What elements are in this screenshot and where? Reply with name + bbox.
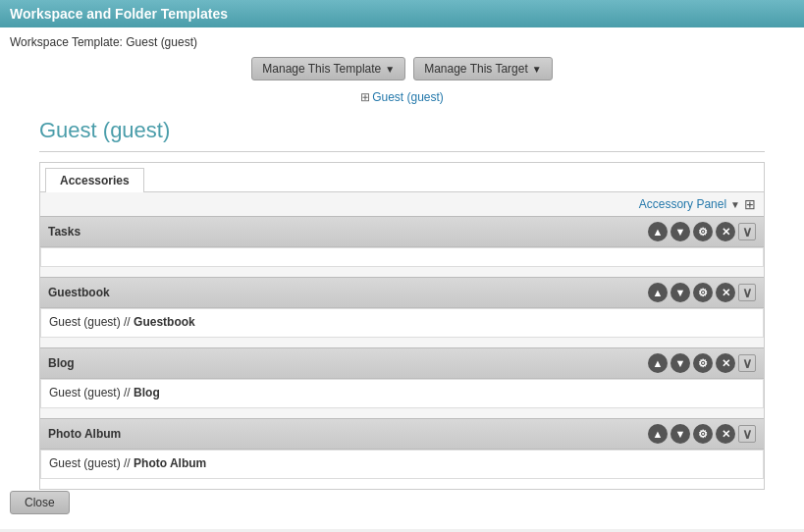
- title-divider: [39, 151, 765, 152]
- blog-content: Guest (guest) // Blog: [40, 379, 764, 408]
- tasks-empty-content: [40, 247, 764, 267]
- section-guestbook: Guestbook ▲ ▼ ⚙ ✕ ∨ Guest (guest) // Gue…: [40, 277, 764, 338]
- guestbook-up-button[interactable]: ▲: [648, 283, 668, 302]
- guestbook-content: Guest (guest) // Guestbook: [40, 308, 764, 338]
- accessories-tab: Accessories: [40, 163, 764, 192]
- manage-target-button[interactable]: Manage This Target ▼: [413, 57, 553, 80]
- guestbook-close-button[interactable]: ✕: [716, 283, 735, 302]
- photo-album-expand-button[interactable]: ∨: [738, 425, 756, 443]
- tasks-up-button[interactable]: ▲: [648, 222, 668, 241]
- tree-node-link[interactable]: Guest (guest): [372, 90, 444, 104]
- blog-close-button[interactable]: ✕: [716, 353, 735, 373]
- breadcrumb: Workspace Template: Guest (guest): [10, 35, 794, 49]
- tab-accessories[interactable]: Accessories: [45, 168, 144, 192]
- accessory-panel-link[interactable]: Accessory Panel: [639, 197, 726, 211]
- photo-album-close-button[interactable]: ✕: [716, 424, 735, 444]
- manage-target-label: Manage This Target: [424, 62, 528, 76]
- tasks-close-button[interactable]: ✕: [716, 222, 735, 241]
- section-controls-blog: ▲ ▼ ⚙ ✕ ∨: [648, 353, 756, 373]
- section-photo-album: Photo Album ▲ ▼ ⚙ ✕ ∨ Guest (guest) // P…: [40, 418, 764, 479]
- close-button[interactable]: Close: [10, 491, 70, 514]
- section-title-tasks: Tasks: [48, 225, 80, 239]
- blog-expand-button[interactable]: ∨: [738, 354, 756, 372]
- section-title-guestbook: Guestbook: [48, 286, 110, 299]
- blog-down-button[interactable]: ▼: [670, 353, 690, 373]
- page-title: Guest (guest): [39, 118, 794, 143]
- blog-up-button[interactable]: ▲: [648, 353, 668, 373]
- section-title-photo-album: Photo Album: [48, 427, 121, 441]
- section-controls-photo-album: ▲ ▼ ⚙ ✕ ∨: [648, 424, 756, 444]
- section-tasks: Tasks ▲ ▼ ⚙ ✕ ∨: [40, 216, 764, 267]
- section-header-blog: Blog ▲ ▼ ⚙ ✕ ∨: [40, 347, 764, 379]
- blog-gear-button[interactable]: ⚙: [693, 353, 713, 373]
- accessories-container: Accessories Accessory Panel ▼ ⊞ Tasks ▲ …: [39, 162, 765, 490]
- section-header-photo-album: Photo Album ▲ ▼ ⚙ ✕ ∨: [40, 418, 764, 450]
- photo-album-content: Guest (guest) // Photo Album: [40, 450, 764, 479]
- section-header-guestbook: Guestbook ▲ ▼ ⚙ ✕ ∨: [40, 277, 764, 308]
- tasks-down-button[interactable]: ▼: [670, 222, 690, 241]
- photo-album-up-button[interactable]: ▲: [648, 424, 668, 444]
- accessories-body: Accessory Panel ▼ ⊞ Tasks ▲ ▼ ⚙ ✕ ∨: [40, 192, 764, 479]
- tasks-expand-button[interactable]: ∨: [738, 223, 756, 240]
- guestbook-expand-button[interactable]: ∨: [738, 284, 756, 301]
- section-blog: Blog ▲ ▼ ⚙ ✕ ∨ Guest (guest) // Blog: [40, 347, 764, 408]
- manage-template-arrow: ▼: [385, 64, 395, 75]
- accessory-panel-dropdown-arrow[interactable]: ▼: [730, 199, 740, 210]
- tasks-gear-button[interactable]: ⚙: [693, 222, 713, 241]
- header-bar: Workspace and Folder Templates: [0, 0, 804, 27]
- guestbook-down-button[interactable]: ▼: [670, 283, 690, 302]
- manage-template-label: Manage This Template: [262, 62, 381, 76]
- manage-target-arrow: ▼: [532, 64, 542, 75]
- photo-album-down-button[interactable]: ▼: [670, 424, 690, 444]
- accessory-panel-bar: Accessory Panel ▼ ⊞: [40, 192, 764, 216]
- expand-icon: ⊞: [360, 90, 370, 104]
- section-controls-tasks: ▲ ▼ ⚙ ✕ ∨: [648, 222, 756, 241]
- section-title-blog: Blog: [48, 356, 75, 370]
- guestbook-gear-button[interactable]: ⚙: [693, 283, 713, 302]
- manage-template-button[interactable]: Manage This Template ▼: [251, 57, 405, 80]
- header-title: Workspace and Folder Templates: [10, 6, 228, 22]
- section-controls-guestbook: ▲ ▼ ⚙ ✕ ∨: [648, 283, 756, 302]
- accessory-panel-chevron[interactable]: ⊞: [744, 196, 756, 212]
- section-header-tasks: Tasks ▲ ▼ ⚙ ✕ ∨: [40, 216, 764, 247]
- photo-album-gear-button[interactable]: ⚙: [693, 424, 713, 444]
